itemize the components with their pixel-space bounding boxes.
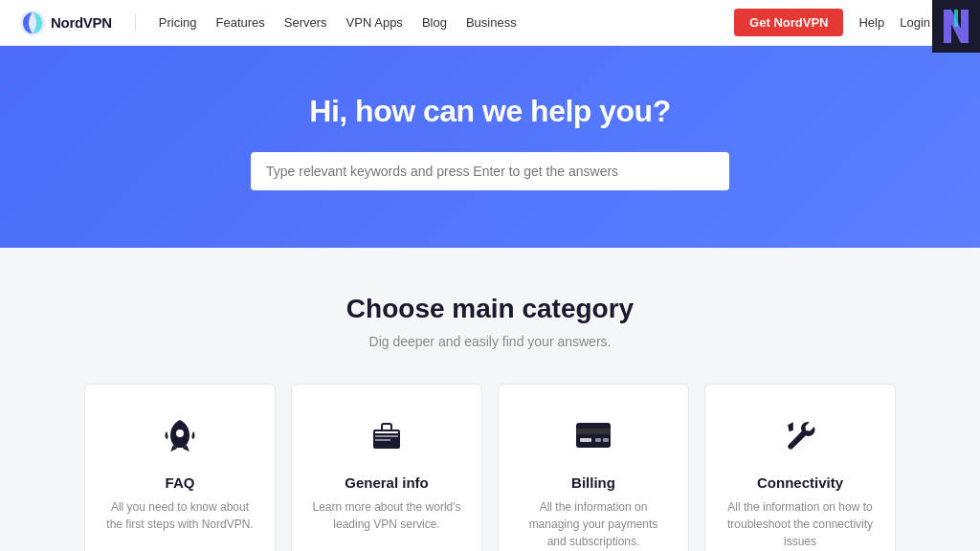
logo-text: NordVPN (51, 14, 112, 31)
help-link[interactable]: Help (858, 15, 884, 30)
nav-business[interactable]: Business (466, 15, 517, 30)
category-faq-desc: All you need to know about the first ste… (104, 498, 256, 533)
category-billing-name: Billing (571, 474, 615, 491)
svg-rect-4 (375, 431, 398, 433)
navbar: NordVPN Pricing Features Servers VPN App… (0, 0, 980, 46)
nav-blog[interactable]: Blog (422, 15, 447, 30)
hero-title: Hi, how can we help you? (309, 94, 670, 129)
nav-divider (135, 13, 136, 33)
category-connectivity-desc: All the information on how to troublesho… (724, 498, 876, 550)
category-connectivity[interactable]: Connectivity All the information on how … (704, 384, 896, 551)
creditcard-icon (574, 411, 612, 459)
login-link[interactable]: Login (900, 15, 930, 30)
category-billing[interactable]: Billing All the information on managing … (498, 384, 689, 551)
category-general-info[interactable]: General info Learn more about the world'… (291, 384, 482, 551)
wrench-icon (781, 411, 819, 459)
category-general-info-desc: Learn more about the world's leading VPN… (311, 498, 462, 533)
svg-rect-5 (375, 435, 398, 437)
svg-rect-7 (576, 423, 611, 448)
category-faq[interactable]: FAQ All you need to know about the first… (84, 384, 276, 551)
rocket-icon (161, 411, 199, 459)
briefcase-icon (368, 411, 406, 459)
nav-links: Pricing Features Servers VPN Apps Blog B… (159, 15, 517, 30)
nav-pricing[interactable]: Pricing (159, 15, 197, 30)
svg-point-2 (176, 430, 184, 437)
nav-features[interactable]: Features (216, 15, 265, 30)
search-input[interactable] (251, 152, 729, 190)
category-connectivity-name: Connectivity (757, 474, 843, 491)
svg-rect-6 (375, 439, 390, 441)
nav-vpnapps[interactable]: VPN Apps (346, 15, 403, 30)
nav-left: NordVPN Pricing Features Servers VPN App… (19, 10, 517, 36)
decorative-logo (932, 0, 980, 53)
hero-section: Hi, how can we help you? (0, 46, 980, 248)
logo[interactable]: NordVPN (19, 10, 112, 36)
svg-rect-10 (595, 438, 601, 442)
categories-grid: FAQ All you need to know about the first… (84, 384, 896, 551)
nav-right: Get NordVPN Help Login (734, 9, 961, 36)
main-content: Choose main category Dig deeper and easi… (0, 248, 980, 551)
svg-rect-9 (580, 438, 591, 442)
category-billing-desc: All the information on managing your pay… (518, 498, 669, 550)
svg-rect-8 (576, 429, 611, 434)
get-nordvpn-button[interactable]: Get NordVPN (734, 9, 843, 36)
category-general-info-name: General info (345, 474, 429, 491)
category-faq-name: FAQ (166, 474, 195, 491)
nav-servers[interactable]: Servers (284, 15, 327, 30)
section-subtitle: Dig deeper and easily find your answers. (369, 334, 612, 349)
svg-rect-11 (603, 438, 609, 442)
section-title: Choose main category (346, 294, 634, 324)
